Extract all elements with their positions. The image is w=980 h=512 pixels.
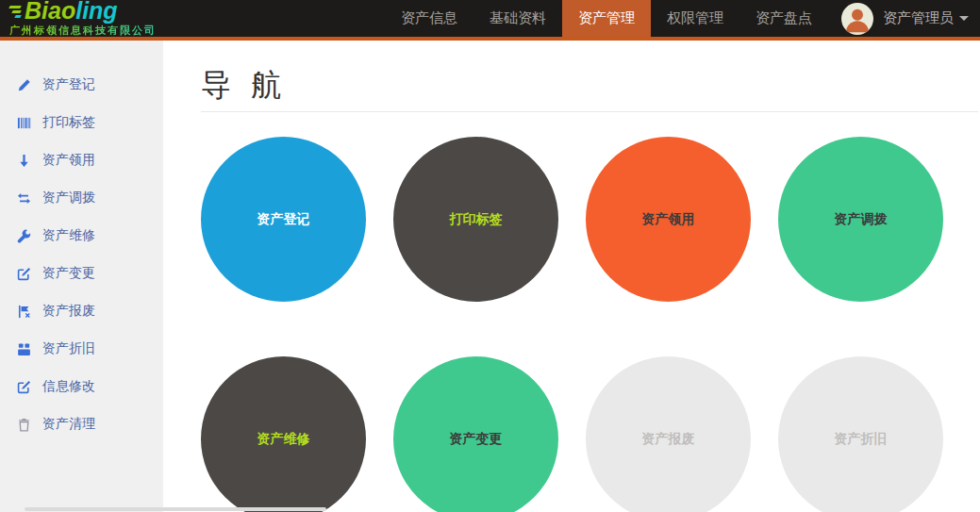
nav-circle[interactable]: 资产变更: [393, 356, 558, 512]
sidebar-item-label: 资产登记: [42, 76, 95, 93]
nav-circle-label: 资产折旧: [835, 431, 888, 448]
boxes-icon: [17, 341, 33, 356]
edit-icon: [17, 266, 33, 281]
nav-circle[interactable]: 资产登记: [201, 137, 366, 302]
main-content: 导 航 资产登记 打印标签 资产领用 资产调拨 资产维修 资产变更 资产报废 资…: [163, 41, 980, 512]
sidebar-item-label: 信息修改: [42, 378, 95, 395]
nav-circle-label: 资产登记: [257, 211, 310, 228]
sidebar-item-label: 资产清理: [42, 416, 95, 433]
user-menu[interactable]: 资产管理员: [828, 0, 980, 37]
sidebar-item[interactable]: 资产登记: [0, 66, 163, 104]
sidebar-item-label: 资产报废: [42, 303, 95, 320]
person-icon: [841, 3, 873, 35]
company-logo[interactable]: Biaoling 广州标领信息科技有限公司: [0, 0, 217, 37]
page-title: 导 航: [201, 69, 980, 102]
nav-circle[interactable]: 打印标签: [393, 137, 558, 302]
nav-circle-label: 资产维修: [257, 431, 310, 448]
top-nav: 资产信息 基础资料 资产管理 权限管理 资产盘点 资产管理员: [385, 0, 980, 37]
nav-circle-label: 资产变更: [450, 431, 503, 448]
transfer-icon: [17, 190, 33, 206]
sidebar-item-label: 资产变更: [42, 265, 95, 282]
sidebar-item[interactable]: 资产清理: [0, 405, 163, 443]
arrow-down-icon: [17, 153, 33, 168]
app-window: Biaoling 广州标领信息科技有限公司 资产信息 基础资料 资产管理 权限管…: [0, 0, 980, 512]
pencil-icon: [17, 77, 33, 92]
nav-tab-label: 资产盘点: [756, 9, 812, 27]
trash-icon: [17, 417, 33, 432]
nav-circle[interactable]: 资产调拨: [778, 137, 943, 302]
barcode-icon: [17, 115, 33, 130]
sidebar-item-label: 打印标签: [42, 114, 95, 131]
sidebar-item-label: 资产调拨: [42, 190, 95, 206]
nav-tab[interactable]: 资产管理: [562, 0, 651, 37]
sidebar-item[interactable]: 打印标签: [0, 104, 163, 141]
nav-tab-label: 资产管理: [578, 9, 635, 27]
nav-tab[interactable]: 权限管理: [651, 0, 739, 37]
sidebar-item-label: 资产折旧: [42, 340, 95, 357]
sidebar-item[interactable]: 资产折旧: [0, 330, 163, 368]
nav-circle-label: 资产调拨: [835, 211, 888, 228]
nav-circle-label: 资产报废: [642, 431, 695, 448]
wrench-icon: [17, 228, 33, 243]
sidebar-item[interactable]: 资产维修: [0, 217, 163, 255]
company-name: 广州标领信息科技有限公司: [9, 24, 217, 38]
edit-icon: [17, 379, 33, 394]
nav-circle[interactable]: 资产报废: [586, 356, 751, 512]
top-header: Biaoling 广州标领信息科技有限公司 资产信息 基础资料 资产管理 权限管…: [0, 0, 980, 41]
nav-tab[interactable]: 资产盘点: [739, 0, 828, 37]
user-avatar[interactable]: [841, 3, 873, 35]
nav-tab[interactable]: 资产信息: [385, 0, 473, 37]
chevron-down-icon: [959, 16, 969, 21]
nav-circles-grid: 资产登记 打印标签 资产领用 资产调拨 资产维修 资产变更 资产报废 资产折旧: [201, 137, 980, 512]
sidebar-item[interactable]: 资产变更: [0, 255, 163, 292]
sidebar-item-label: 资产领用: [42, 152, 95, 169]
title-divider: [201, 111, 978, 112]
nav-tab[interactable]: 基础资料: [473, 0, 562, 37]
nav-circle-label: 资产领用: [642, 211, 695, 228]
flag-x-icon: [17, 304, 33, 319]
sidebar-item[interactable]: 资产领用: [0, 141, 163, 179]
user-name[interactable]: 资产管理员: [883, 9, 954, 27]
sidebar: 资产登记 打印标签 资产领用 资产调拨 资产维修 资产变更 资产报废 资产折旧 …: [0, 41, 163, 512]
nav-tab-label: 基础资料: [490, 9, 546, 27]
nav-circle-label: 打印标签: [450, 211, 503, 228]
nav-circle[interactable]: 资产折旧: [778, 356, 943, 512]
sidebar-item-label: 资产维修: [42, 227, 95, 244]
nav-circle[interactable]: 资产领用: [586, 137, 751, 302]
sidebar-item[interactable]: 资产调拨: [0, 179, 163, 217]
sidebar-item[interactable]: 资产报废: [0, 292, 163, 330]
nav-tab-label: 资产信息: [401, 9, 457, 27]
logo-speed-lines-icon: [9, 6, 21, 18]
horizontal-scrollbar-thumb[interactable]: [25, 507, 326, 511]
nav-circle[interactable]: 资产维修: [201, 356, 366, 512]
sidebar-item[interactable]: 信息修改: [0, 368, 163, 405]
nav-tab-label: 权限管理: [667, 9, 723, 27]
logo-text: Biaoling: [25, 0, 118, 23]
